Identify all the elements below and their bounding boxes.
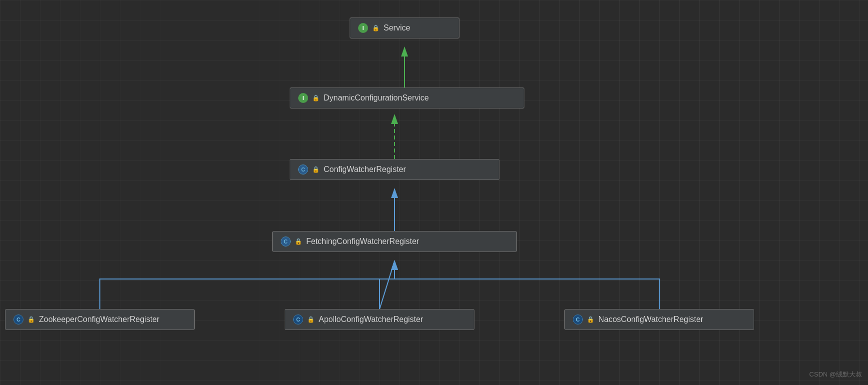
- arrow-nacos-to-fetching: [395, 279, 659, 309]
- apollo-lock-icon: 🔒: [307, 316, 315, 323]
- watermark: CSDN @绒默大叔: [809, 370, 862, 379]
- nacos-lock-icon: 🔒: [587, 316, 594, 323]
- node-dynamic-config-service: I 🔒 DynamicConfigurationService: [290, 88, 524, 108]
- node-zookeeper-config-watcher-register: C 🔒 ZookeeperConfigWatcherRegister: [5, 309, 195, 330]
- fetching-label: FetchingConfigWatcherRegister: [306, 237, 419, 246]
- zookeeper-icon: C: [13, 314, 23, 324]
- apollo-icon: C: [293, 314, 303, 324]
- config-watcher-icon: C: [298, 164, 308, 174]
- node-config-watcher-register: C 🔒 ConfigWatcherRegister: [290, 159, 499, 180]
- arrow-zookeeper-to-fetching: [100, 261, 395, 309]
- config-watcher-lock-icon: 🔒: [312, 166, 320, 173]
- fetching-lock-icon: 🔒: [295, 238, 302, 245]
- fetching-icon: C: [281, 236, 291, 246]
- zookeeper-label: ZookeeperConfigWatcherRegister: [39, 315, 159, 324]
- config-watcher-label: ConfigWatcherRegister: [324, 165, 406, 174]
- nacos-icon: C: [573, 314, 583, 324]
- arrow-apollo-mid: [380, 279, 395, 309]
- dynamic-label: DynamicConfigurationService: [324, 94, 429, 102]
- service-icon: I: [358, 23, 368, 33]
- zookeeper-lock-icon: 🔒: [27, 316, 35, 323]
- node-service: I 🔒 Service: [350, 18, 459, 38]
- dynamic-icon: I: [298, 93, 308, 103]
- arrow-apollo-to-fetching-hidden: [380, 261, 395, 309]
- service-label: Service: [384, 24, 410, 32]
- dynamic-lock-icon: 🔒: [312, 94, 320, 102]
- apollo-label: ApolloConfigWatcherRegister: [319, 315, 423, 324]
- svg-line-3: [380, 261, 395, 309]
- diagram-container: I 🔒 Service I 🔒 DynamicConfigurationServ…: [0, 0, 868, 385]
- node-nacos-config-watcher-register: C 🔒 NacosConfigWatcherRegister: [564, 309, 754, 330]
- nacos-label: NacosConfigWatcherRegister: [598, 315, 703, 324]
- service-lock-icon: 🔒: [372, 24, 380, 32]
- node-fetching-config-watcher-register: C 🔒 FetchingConfigWatcherRegister: [272, 231, 517, 252]
- node-apollo-config-watcher-register: C 🔒 ApolloConfigWatcherRegister: [285, 309, 474, 330]
